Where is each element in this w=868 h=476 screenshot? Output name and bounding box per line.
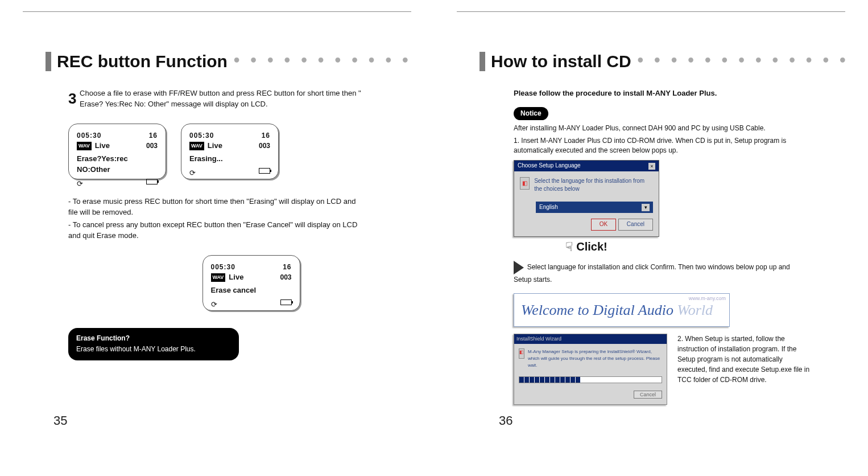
after-click-text: Select language for installation and cli… <box>514 263 790 284</box>
lcd-track: 16 <box>149 131 158 141</box>
heading-dots: ● ● ● ● ● ● ● ● ● ● ● ● ● ● ● ● ● ● ● ● … <box>637 53 845 70</box>
wizard-body-text: M-Any Manager Setup is preparing the Ins… <box>528 348 662 368</box>
lcd-screen-erase-cancel: 005:3016 WAVLive003 Erase cancel <box>202 255 300 311</box>
close-icon[interactable]: × <box>648 163 655 170</box>
lcd-track: 16 <box>283 262 291 272</box>
dialog-title: Choose Setup Language <box>518 162 581 170</box>
lcd-title: Live <box>208 141 222 151</box>
lcd-track: 16 <box>262 131 270 141</box>
page-title: How to install CD <box>491 52 631 71</box>
chevron-down-icon[interactable]: ▾ <box>642 204 650 211</box>
page-title: REC button Function <box>57 52 228 71</box>
progress-bar <box>519 376 662 383</box>
intro-text: Please follow the procedure to install M… <box>514 88 822 99</box>
lcd-time: 005:30 <box>211 262 235 272</box>
lcd-count: 003 <box>259 141 270 151</box>
step2-text: 2. When Setup is started, follow the ins… <box>677 334 814 405</box>
repeat-icon <box>211 299 217 310</box>
repeat-icon <box>77 179 83 190</box>
page-number: 35 <box>53 413 67 428</box>
setup-icon: ◧ <box>520 177 530 190</box>
lcd-count: 003 <box>146 141 158 151</box>
notice-text: After installing M-ANY Loader Plus, conn… <box>514 124 822 133</box>
click-label: Click! <box>576 239 607 255</box>
dialog-body-text: Select the language for this installatio… <box>534 177 653 194</box>
welcome-banner: www.m-any.com Welcome to Digital Audio W… <box>514 293 730 327</box>
tip-box: Erase Function? Erase files without M-AN… <box>68 328 239 360</box>
lcd-message: Erase cancel <box>211 285 292 296</box>
lcd-title: Live <box>95 141 110 151</box>
page-number: 36 <box>499 413 512 428</box>
battery-icon <box>146 179 158 184</box>
lcd-screen-erasing: 005:3016 WAVLive003 Erasing... <box>181 124 279 179</box>
install-wizard-dialog: InstallShield Wizard ◧ M-Any Manager Set… <box>514 334 667 405</box>
notice-badge: Notice <box>514 107 548 120</box>
arrow-icon <box>514 261 524 274</box>
lcd-time: 005:30 <box>77 131 101 141</box>
dropdown-value: English <box>539 203 558 212</box>
lcd-title: Live <box>229 272 243 283</box>
hand-pointer-icon: ☟ <box>565 238 573 256</box>
heading-dots: ● ● ● ● ● ● ● ● ● ● ● ● ● ● ● ● ● ● ● ● <box>233 53 411 70</box>
banner-text: Welcome to Digital Audio World <box>521 302 713 318</box>
language-dropdown[interactable]: English ▾ <box>536 202 653 214</box>
heading-accent <box>480 52 485 71</box>
ok-button[interactable]: OK <box>591 219 616 231</box>
wav-badge: WAV <box>77 142 92 150</box>
lcd-message: Erasing... <box>189 154 270 165</box>
lcd-count: 003 <box>280 273 291 282</box>
wizard-title: InstallShield Wizard <box>514 334 667 344</box>
step-number: 3 <box>68 88 76 110</box>
cancel-button[interactable]: Cancel <box>634 391 662 399</box>
tip-body: Erase files without M-ANY Loader Plus. <box>76 344 231 354</box>
heading-accent <box>46 52 51 71</box>
wav-badge: WAV <box>211 273 226 282</box>
wav-badge: WAV <box>189 142 204 150</box>
step1-text: 1. Insert M-ANY Loader Plus CD into CD-R… <box>514 136 809 156</box>
setup-icon: ◧ <box>519 348 524 359</box>
battery-icon <box>259 168 270 174</box>
language-dialog: Choose Setup Language × ◧ Select the lan… <box>514 160 659 237</box>
lcd-time: 005:30 <box>189 131 214 141</box>
note-erase: - To erase music press REC button for sh… <box>68 196 364 218</box>
tip-title: Erase Function? <box>76 334 231 343</box>
battery-icon <box>280 299 292 305</box>
note-cancel: - To cancel press any button except REC … <box>68 220 364 241</box>
banner-url: www.m-any.com <box>689 295 726 302</box>
repeat-icon <box>189 168 196 179</box>
lcd-message: Erase?Yes:rec NO:Other <box>77 154 158 175</box>
cancel-button[interactable]: Cancel <box>618 219 653 231</box>
lcd-screen-erase-prompt: 005:3016 WAVLive003 Erase?Yes:rec NO:Oth… <box>68 124 166 179</box>
step-text: Choose a file to erase with FF/REW butto… <box>80 88 375 110</box>
